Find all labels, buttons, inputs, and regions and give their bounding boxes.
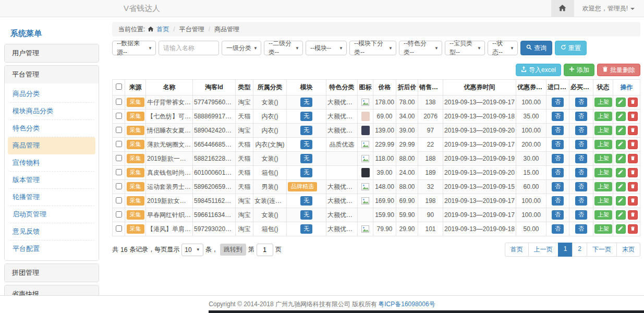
import-select-badge[interactable]: 否 xyxy=(552,154,564,163)
sidebar-item-特色分类[interactable]: 特色分类 xyxy=(8,120,95,137)
filter-select-0[interactable]: --数据来源--▼ xyxy=(112,41,156,55)
status-badge[interactable]: 上架 xyxy=(594,112,612,121)
breadcrumb-home-link[interactable]: 首页 xyxy=(156,25,169,34)
edit-button[interactable] xyxy=(616,126,626,135)
status-badge[interactable]: 上架 xyxy=(594,210,612,219)
page-button-2[interactable]: 2 xyxy=(572,243,587,257)
must-buy-badge[interactable]: 否 xyxy=(575,154,587,163)
import-select-badge[interactable]: 否 xyxy=(552,112,564,121)
import-select-badge[interactable]: 否 xyxy=(552,224,564,233)
status-badge[interactable]: 上架 xyxy=(594,182,612,191)
import-select-badge[interactable]: 否 xyxy=(552,182,564,191)
filter-select-6[interactable]: --宝贝类型--▼ xyxy=(445,41,485,55)
edit-button[interactable] xyxy=(616,98,626,107)
delete-button[interactable] xyxy=(628,126,638,135)
delete-button[interactable] xyxy=(628,182,638,191)
sidebar-item-商品分类[interactable]: 商品分类 xyxy=(8,86,95,103)
edit-button[interactable] xyxy=(616,210,626,220)
delete-button[interactable] xyxy=(628,224,638,234)
row-checkbox[interactable] xyxy=(116,211,122,218)
must-buy-badge[interactable]: 否 xyxy=(575,126,587,135)
import-select-badge[interactable]: 否 xyxy=(552,168,564,177)
name-search-input[interactable] xyxy=(159,41,219,55)
per-page-select[interactable]: 10▼ xyxy=(181,244,203,256)
batch-delete-button[interactable]: 批量删除 xyxy=(597,64,640,76)
page-button-首页[interactable]: 首页 xyxy=(505,243,529,257)
edit-button[interactable] xyxy=(616,196,626,206)
edit-button[interactable] xyxy=(616,154,626,163)
search-button[interactable]: 查询 xyxy=(520,41,552,55)
import-select-badge[interactable]: 否 xyxy=(552,126,564,135)
must-buy-badge[interactable]: 否 xyxy=(575,140,587,149)
sidebar-item-意见反馈[interactable]: 意见反馈 xyxy=(8,223,95,240)
page-button-1[interactable]: 1 xyxy=(558,243,573,257)
edit-button[interactable] xyxy=(616,182,626,191)
row-checkbox[interactable] xyxy=(116,197,122,203)
must-buy-badge[interactable]: 否 xyxy=(575,182,587,191)
must-buy-badge[interactable]: 否 xyxy=(575,196,587,205)
sidebar-group-拼团管理[interactable]: 拼团管理 xyxy=(5,264,99,282)
sidebar-item-轮播管理[interactable]: 轮播管理 xyxy=(8,189,95,206)
delete-button[interactable] xyxy=(628,168,638,177)
sidebar-item-商品管理[interactable]: 商品管理 xyxy=(8,137,95,154)
delete-button[interactable] xyxy=(628,154,638,163)
must-buy-badge[interactable]: 否 xyxy=(575,210,587,219)
status-badge[interactable]: 上架 xyxy=(594,224,612,233)
row-checkbox[interactable] xyxy=(116,155,122,161)
user-menu[interactable]: 欢迎您，管理员! xyxy=(574,0,644,17)
filter-select-1[interactable]: 一级分类▼ xyxy=(222,41,261,55)
status-badge[interactable]: 上架 xyxy=(594,126,612,135)
must-buy-badge[interactable]: 否 xyxy=(575,168,587,177)
delete-button[interactable] xyxy=(628,140,638,149)
sidebar-item-模块商品分类[interactable]: 模块商品分类 xyxy=(8,103,95,120)
sidebar-item-启动页管理[interactable]: 启动页管理 xyxy=(8,206,95,223)
import-select-badge[interactable]: 否 xyxy=(552,210,564,219)
filter-select-3[interactable]: --模块--▼ xyxy=(306,41,347,55)
select-all-checkbox[interactable] xyxy=(116,83,122,90)
delete-button[interactable] xyxy=(628,210,638,220)
page-button-上一页[interactable]: 上一页 xyxy=(528,243,558,257)
sidebar-group-用户管理[interactable]: 用户管理 xyxy=(5,44,99,62)
sidebar-item-宣传物料[interactable]: 宣传物料 xyxy=(8,154,95,172)
row-checkbox[interactable] xyxy=(116,225,122,232)
filter-select-5[interactable]: --特色分类--▼ xyxy=(399,41,442,55)
edit-button[interactable] xyxy=(616,140,626,149)
jump-button[interactable]: 跳转到 xyxy=(220,244,246,256)
row-checkbox[interactable] xyxy=(116,183,122,189)
filter-select-2[interactable]: --二级分类--▼ xyxy=(264,41,303,55)
status-badge[interactable]: 上架 xyxy=(594,140,612,149)
edit-button[interactable] xyxy=(616,168,626,177)
sidebar-item-版本管理[interactable]: 版本管理 xyxy=(8,172,95,189)
import-select-badge[interactable]: 否 xyxy=(552,140,564,149)
must-buy-badge[interactable]: 否 xyxy=(575,224,587,233)
delete-button[interactable] xyxy=(628,98,638,107)
jump-page-input[interactable] xyxy=(257,244,273,256)
must-buy-badge[interactable]: 否 xyxy=(575,112,587,121)
filter-select-4[interactable]: --模块下分类--▼ xyxy=(349,41,396,55)
status-badge[interactable]: 上架 xyxy=(594,168,612,177)
row-checkbox[interactable] xyxy=(116,99,122,105)
home-button[interactable] xyxy=(551,0,574,17)
row-checkbox[interactable] xyxy=(116,113,122,119)
status-badge[interactable]: 上架 xyxy=(594,154,612,163)
delete-button[interactable] xyxy=(628,196,638,206)
row-checkbox[interactable] xyxy=(116,141,122,147)
edit-button[interactable] xyxy=(616,224,626,234)
add-button[interactable]: 添加 xyxy=(564,64,594,76)
sidebar-item-平台配置[interactable]: 平台配置 xyxy=(8,240,95,257)
import-excel-button[interactable]: 导入excel xyxy=(516,64,561,76)
page-button-下一页[interactable]: 下一页 xyxy=(587,243,617,257)
import-select-badge[interactable]: 否 xyxy=(552,98,564,106)
import-select-badge[interactable]: 否 xyxy=(552,196,564,205)
page-button-末页[interactable]: 末页 xyxy=(616,243,640,257)
row-checkbox[interactable] xyxy=(116,169,122,175)
row-checkbox[interactable] xyxy=(116,127,122,133)
reset-button[interactable]: 重置 xyxy=(555,41,587,55)
must-buy-badge[interactable]: 否 xyxy=(575,98,587,106)
filter-select-7[interactable]: --状态--▼ xyxy=(488,41,518,55)
status-badge[interactable]: 上架 xyxy=(594,196,612,205)
status-badge[interactable]: 上架 xyxy=(594,98,612,106)
delete-button[interactable] xyxy=(628,112,638,121)
edit-button[interactable] xyxy=(616,112,626,121)
sidebar-group-平台管理[interactable]: 平台管理 xyxy=(5,66,99,83)
